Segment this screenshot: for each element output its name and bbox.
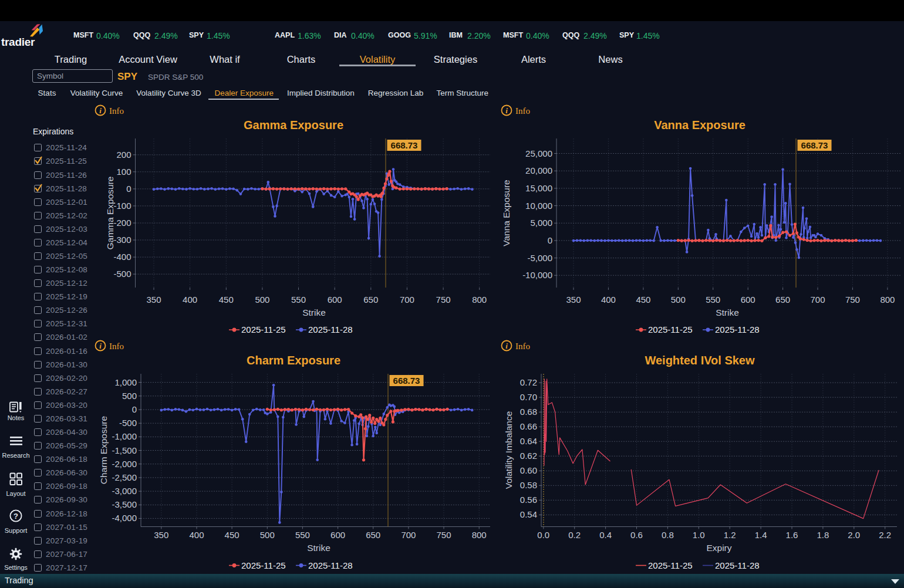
svg-text:0.6: 0.6 xyxy=(630,530,643,540)
svg-text:Info: Info xyxy=(109,342,124,351)
svg-text:350: 350 xyxy=(146,295,161,305)
svg-text:-100: -100 xyxy=(113,201,131,211)
svg-text:2.0: 2.0 xyxy=(848,530,860,540)
svg-text:1.0: 1.0 xyxy=(693,530,705,540)
svg-text:1,000: 1,000 xyxy=(114,377,137,387)
svg-text:2025-11-25: 2025-11-25 xyxy=(648,325,693,334)
svg-text:0.54: 0.54 xyxy=(520,509,537,519)
svg-text:0: 0 xyxy=(126,184,131,194)
svg-text:2025-11-28: 2025-11-28 xyxy=(308,325,353,334)
svg-text:0: 0 xyxy=(132,404,137,414)
svg-text:2025-11-25: 2025-11-25 xyxy=(241,325,286,334)
svg-text:600: 600 xyxy=(330,530,345,540)
svg-text:650: 650 xyxy=(363,295,378,305)
svg-text:2025-11-28: 2025-11-28 xyxy=(308,560,353,570)
svg-text:Gamma Exposure: Gamma Exposure xyxy=(244,119,343,131)
svg-text:Info: Info xyxy=(109,106,124,116)
svg-text:668.73: 668.73 xyxy=(391,140,418,150)
svg-text:Expiry: Expiry xyxy=(706,543,731,553)
svg-text:0.8: 0.8 xyxy=(662,530,674,540)
svg-text:-5,000: -5,000 xyxy=(527,253,552,263)
svg-text:-3,000: -3,000 xyxy=(112,486,137,496)
svg-text:Info: Info xyxy=(515,342,530,351)
svg-text:25,000: 25,000 xyxy=(525,148,552,158)
svg-text:-2,000: -2,000 xyxy=(112,459,137,469)
svg-text:650: 650 xyxy=(366,530,380,540)
svg-text:668.73: 668.73 xyxy=(393,376,420,386)
svg-text:400: 400 xyxy=(601,295,616,305)
svg-text:0: 0 xyxy=(548,235,552,245)
svg-text:550: 550 xyxy=(291,295,306,305)
svg-text:20,000: 20,000 xyxy=(525,165,552,175)
svg-text:1.8: 1.8 xyxy=(817,530,829,540)
svg-text:i: i xyxy=(99,106,102,115)
svg-text:450: 450 xyxy=(225,530,240,540)
svg-text:-500: -500 xyxy=(113,269,131,279)
svg-text:Weighted IVol Skew: Weighted IVol Skew xyxy=(645,354,755,367)
svg-text:-1,000: -1,000 xyxy=(112,431,137,441)
svg-text:500: 500 xyxy=(122,391,137,401)
svg-text:-1,500: -1,500 xyxy=(112,445,137,455)
svg-text:550: 550 xyxy=(295,530,310,540)
svg-text:0.4: 0.4 xyxy=(599,530,612,540)
svg-text:700: 700 xyxy=(810,295,825,305)
svg-text:750: 750 xyxy=(845,295,860,305)
svg-text:-4,000: -4,000 xyxy=(112,513,137,523)
svg-text:550: 550 xyxy=(706,295,720,305)
svg-text:450: 450 xyxy=(636,295,650,305)
svg-text:0.70: 0.70 xyxy=(520,392,537,402)
svg-text:500: 500 xyxy=(260,530,275,540)
svg-text:-500: -500 xyxy=(119,418,137,428)
svg-text:700: 700 xyxy=(401,530,416,540)
svg-text:800: 800 xyxy=(472,295,487,305)
svg-text:350: 350 xyxy=(154,530,168,540)
svg-text:5,000: 5,000 xyxy=(530,218,552,228)
svg-text:i: i xyxy=(505,342,508,350)
svg-text:0.58: 0.58 xyxy=(520,480,537,490)
svg-text:Volatility Imbalance: Volatility Imbalance xyxy=(504,411,514,489)
svg-text:2.2: 2.2 xyxy=(879,530,891,540)
svg-text:500: 500 xyxy=(255,295,269,305)
svg-text:400: 400 xyxy=(189,530,204,540)
svg-text:600: 600 xyxy=(741,295,755,305)
svg-text:-300: -300 xyxy=(113,235,131,245)
svg-text:Strike: Strike xyxy=(302,307,326,317)
svg-text:Charm Exposure: Charm Exposure xyxy=(247,354,340,367)
svg-text:0.60: 0.60 xyxy=(520,465,537,475)
svg-text:400: 400 xyxy=(183,295,197,305)
svg-text:0.68: 0.68 xyxy=(520,407,537,417)
svg-text:668.73: 668.73 xyxy=(801,140,828,150)
svg-text:Info: Info xyxy=(515,106,530,116)
svg-text:-2,500: -2,500 xyxy=(112,472,137,482)
svg-text:tradier: tradier xyxy=(1,36,35,48)
svg-text:200: 200 xyxy=(116,150,131,160)
svg-text:0.0: 0.0 xyxy=(537,530,549,540)
svg-text:i: i xyxy=(505,106,508,115)
svg-text:0.2: 0.2 xyxy=(568,530,581,540)
svg-text:1.6: 1.6 xyxy=(786,530,798,540)
svg-text:Gamma Exposure: Gamma Exposure xyxy=(105,177,115,250)
svg-text:100: 100 xyxy=(116,167,131,177)
svg-text:0.66: 0.66 xyxy=(520,421,537,431)
svg-text:700: 700 xyxy=(400,295,414,305)
svg-text:0.72: 0.72 xyxy=(520,377,537,387)
svg-text:0.64: 0.64 xyxy=(520,436,537,446)
svg-text:Strike: Strike xyxy=(307,543,330,553)
svg-text:Strike: Strike xyxy=(716,307,739,317)
svg-text:i: i xyxy=(99,342,102,350)
svg-text:750: 750 xyxy=(436,530,451,540)
svg-text:350: 350 xyxy=(566,295,581,305)
svg-text:600: 600 xyxy=(328,295,342,305)
svg-text:2025-11-28: 2025-11-28 xyxy=(715,325,760,334)
svg-text:450: 450 xyxy=(219,295,234,305)
svg-text:15,000: 15,000 xyxy=(525,183,552,193)
svg-text:10,000: 10,000 xyxy=(525,201,552,211)
svg-text:Vanna Exposure: Vanna Exposure xyxy=(654,119,746,131)
svg-text:800: 800 xyxy=(880,295,895,305)
svg-text:-10,000: -10,000 xyxy=(522,270,552,280)
svg-text:Charm Exposure: Charm Exposure xyxy=(99,416,109,484)
svg-text:0.62: 0.62 xyxy=(520,451,537,461)
svg-text:750: 750 xyxy=(436,295,451,305)
svg-text:800: 800 xyxy=(472,530,487,540)
svg-text:650: 650 xyxy=(775,295,790,305)
